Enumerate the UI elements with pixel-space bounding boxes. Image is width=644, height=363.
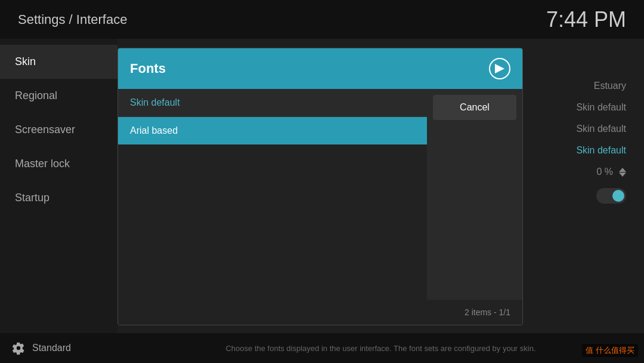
chevron-up-icon[interactable] [619, 168, 626, 172]
list-item-skin-default[interactable]: Skin default [118, 89, 427, 117]
theme-value: Skin default [576, 145, 626, 156]
cancel-button[interactable]: Cancel [433, 95, 516, 120]
sidebar-footer: Standard [0, 333, 117, 363]
svg-marker-1 [495, 64, 504, 73]
gear-icon [12, 342, 25, 355]
sidebar-item-skin[interactable]: Skin [0, 45, 117, 79]
items-count: 2 items - 1/1 [465, 307, 510, 317]
modal-title: Fonts [130, 61, 166, 76]
kodi-logo-icon [489, 58, 510, 79]
sidebar-item-regional[interactable]: Regional [0, 79, 117, 113]
modal-body: Skin default Arial based Cancel 2 items … [118, 89, 522, 325]
list-item-arial-based[interactable]: Arial based [118, 117, 427, 144]
modal-empty-space [118, 144, 427, 300]
zoom-row: 0 % [596, 167, 626, 177]
watermark: 值 什么值得买 [582, 344, 638, 357]
zoom-chevrons[interactable] [619, 168, 626, 177]
status-text: Choose the fonts displayed in the user i… [225, 344, 535, 353]
sidebar: Skin Regional Screensaver Master lock St… [0, 39, 117, 333]
fonts-value: Skin default [576, 102, 626, 113]
sidebar-item-master-lock[interactable]: Master lock [0, 147, 117, 181]
modal-header: Fonts [118, 48, 522, 89]
modal-footer: 2 items - 1/1 [118, 300, 522, 325]
modal-list-area: Skin default Arial based Cancel [118, 89, 522, 300]
modal-sidebar: Cancel [427, 89, 522, 300]
header: Settings / Interface 7:44 PM [0, 0, 644, 39]
sidebar-item-screensaver[interactable]: Screensaver [0, 113, 117, 147]
sidebar-item-startup[interactable]: Startup [0, 181, 117, 215]
skin-value: Estuary [594, 81, 626, 91]
clock: 7:44 PM [546, 7, 626, 32]
colors-value: Skin default [576, 124, 626, 134]
zoom-value: 0 % [596, 167, 613, 177]
fonts-modal: Fonts Skin default Arial based Cancel 2 … [117, 48, 523, 325]
status-bar: Choose the fonts displayed in the user i… [117, 333, 644, 363]
font-list: Skin default Arial based [118, 89, 427, 300]
sidebar-footer-label: Standard [32, 343, 71, 353]
page-title: Settings / Interface [18, 12, 127, 27]
toggle-knob [612, 190, 624, 202]
chevron-down-icon[interactable] [619, 173, 626, 177]
toggle-switch[interactable] [596, 188, 626, 204]
